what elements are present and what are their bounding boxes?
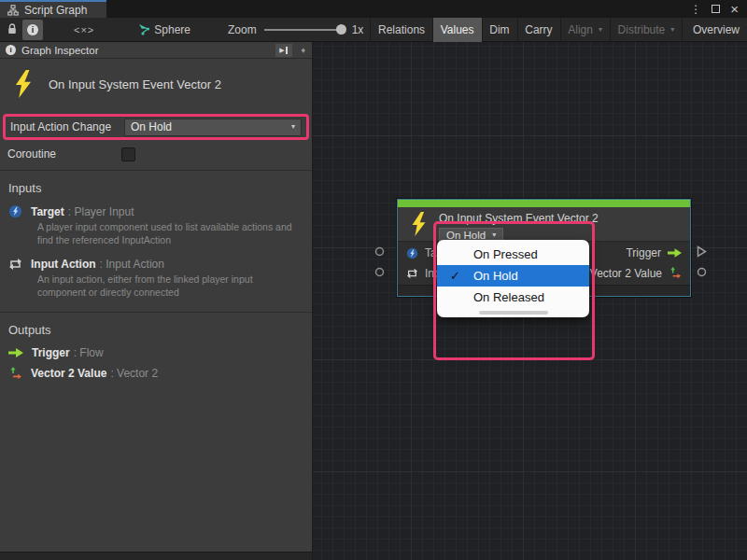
input-action-icon xyxy=(8,258,22,271)
port-label: Trigger xyxy=(626,246,661,259)
toolbar-separator xyxy=(682,18,683,42)
maximize-icon[interactable] xyxy=(712,5,720,13)
collapse-icon: ▶ xyxy=(279,47,284,54)
zoom-slider-knob[interactable] xyxy=(336,24,346,35)
script-graph-icon xyxy=(137,23,150,35)
node-title-text: On Input System Event Vector 2 xyxy=(49,77,221,91)
code-view-button[interactable]: <×> xyxy=(69,20,99,40)
menu-scroll-hint xyxy=(479,311,548,315)
zoom-slider[interactable] xyxy=(264,29,345,31)
input-action-change-label: Input Action Change xyxy=(10,120,124,133)
menu-item-label: On Hold xyxy=(473,269,518,283)
port-name: Vector 2 Value xyxy=(31,367,106,380)
menu-item-on-hold[interactable]: ✓ On Hold xyxy=(437,265,589,287)
window-controls: ⋮ × xyxy=(690,0,747,18)
values-label: Values xyxy=(441,23,474,36)
node-summary: On Input System Event Vector 2 xyxy=(0,59,312,113)
input-action-port-connector[interactable] xyxy=(374,267,385,277)
node-header[interactable]: On Input System Event Vector 2 On Hold ▾ xyxy=(398,207,690,242)
node-port-trigger[interactable]: Trigger xyxy=(626,246,682,259)
zoom-label: Zoom xyxy=(228,23,257,36)
values-button[interactable]: Values xyxy=(433,18,482,42)
graph-inspector-panel: i Graph Inspector ▶ ▲ ▼ On Input System … xyxy=(0,42,313,560)
tab-strip: Script Graph ⋮ × xyxy=(0,0,747,18)
port-name: Target xyxy=(31,205,64,218)
tutorial-highlight-inspector: Input Action Change On Hold ▾ xyxy=(3,114,309,140)
panel-scroll-arrows[interactable]: ▲ ▼ xyxy=(298,49,306,51)
menu-item-on-released[interactable]: On Released xyxy=(437,287,589,308)
node-port-vector2[interactable]: Vector 2 Value xyxy=(590,267,682,280)
zoom-value: 1x xyxy=(352,23,364,36)
distribute-button[interactable]: Distribute ▾ xyxy=(611,18,683,42)
node-event-color-bar xyxy=(398,200,690,207)
inspector-empty-area xyxy=(0,385,312,552)
node-title: On Input System Event Vector 2 xyxy=(439,212,690,225)
port-description: A player input component used to list av… xyxy=(37,221,299,246)
input-action-change-row: Input Action Change On Hold ▾ xyxy=(6,117,306,137)
port-type: : Flow xyxy=(74,346,104,359)
input-port-input-action: Input Action : Input Action An input act… xyxy=(0,255,312,307)
overview-label: Overview xyxy=(693,23,740,36)
graph-canvas[interactable]: On Input System Event Vector 2 On Hold ▾… xyxy=(313,42,747,560)
carry-button[interactable]: Carry xyxy=(517,18,559,42)
graph-owner-button[interactable]: Sphere xyxy=(131,20,197,40)
coroutine-row: Coroutine xyxy=(0,142,312,166)
vector2-icon xyxy=(8,367,22,381)
output-port-vector2: Vector 2 Value : Vector 2 xyxy=(0,364,312,385)
relations-button[interactable]: Relations xyxy=(371,18,432,42)
flow-arrow-icon xyxy=(8,348,23,357)
inspector-toggle-button[interactable]: i xyxy=(22,20,43,40)
coroutine-label: Coroutine xyxy=(7,147,121,161)
info-icon: i xyxy=(6,45,16,55)
graph-owner-label: Sphere xyxy=(154,23,190,36)
port-label: Vector 2 Value xyxy=(590,267,662,280)
toolbar-right-group: Relations Values Dim Carry Align ▾ Distr… xyxy=(370,18,747,42)
distribute-label: Distribute xyxy=(618,23,666,36)
lightning-bolt-icon xyxy=(398,207,439,241)
port-name: Input Action xyxy=(31,258,96,271)
collapse-panel-button[interactable]: ▶ xyxy=(275,44,292,57)
check-icon: ✓ xyxy=(450,269,473,283)
inspector-bottom-strip xyxy=(0,552,312,560)
menu-item-on-pressed[interactable]: On Pressed xyxy=(437,244,589,265)
flow-arrow-icon xyxy=(668,248,682,258)
trigger-port-connector[interactable] xyxy=(697,245,707,258)
carry-label: Carry xyxy=(525,23,552,36)
overview-button[interactable]: Overview xyxy=(685,18,747,42)
dropdown-value: On Hold xyxy=(131,120,172,133)
menu-item-label: On Released xyxy=(473,290,544,304)
vector2-port-connector[interactable] xyxy=(697,267,707,277)
align-button[interactable]: Align ▾ xyxy=(560,18,610,42)
tab-label: Script Graph xyxy=(24,4,87,17)
coroutine-checkbox[interactable] xyxy=(121,147,135,161)
tab-script-graph[interactable]: Script Graph xyxy=(0,0,106,18)
player-input-icon xyxy=(8,204,22,218)
info-icon: i xyxy=(27,24,38,35)
port-type: : Input Action xyxy=(100,258,164,271)
close-icon[interactable]: × xyxy=(730,1,739,17)
vector2-icon xyxy=(669,267,682,280)
target-port-connector[interactable] xyxy=(374,246,385,257)
dim-button[interactable]: Dim xyxy=(482,18,516,42)
lock-button[interactable] xyxy=(2,20,22,40)
dim-label: Dim xyxy=(489,23,509,36)
input-action-change-dropdown[interactable]: On Hold ▾ xyxy=(124,119,302,136)
input-port-target: Target : Player Input A player input com… xyxy=(0,202,312,255)
graph-hierarchy-icon xyxy=(7,5,19,16)
port-description: An input action, either from the linked … xyxy=(37,273,299,299)
align-label: Align xyxy=(568,23,593,36)
graph-inspector-header: i Graph Inspector ▶ ▲ ▼ xyxy=(0,42,312,59)
outputs-heading: Outputs xyxy=(0,313,312,343)
port-type: : Vector 2 xyxy=(110,367,158,380)
inputs-heading: Inputs xyxy=(0,171,312,202)
lock-icon xyxy=(7,23,18,35)
output-port-trigger: Trigger : Flow xyxy=(0,343,312,364)
caret-down-icon: ▾ xyxy=(670,26,674,34)
window-menu-icon[interactable]: ⋮ xyxy=(690,3,701,16)
port-name: Trigger xyxy=(32,346,70,359)
graph-inspector-title: Graph Inspector xyxy=(21,45,98,56)
caret-down-icon: ▾ xyxy=(492,231,496,239)
player-input-icon xyxy=(406,247,418,259)
code-icon: <×> xyxy=(74,24,94,35)
zoom-control: Zoom 1x xyxy=(221,20,370,40)
